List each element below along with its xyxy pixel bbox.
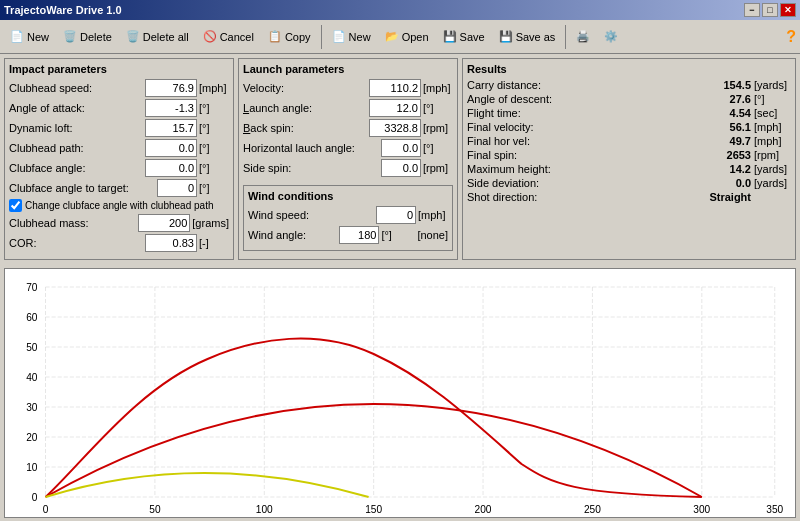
launch-unit-4: [rpm] [423,162,453,174]
delete-button[interactable]: 🗑️ Delete [57,23,118,51]
wind-speed-unit: [mph] [418,209,448,221]
impact-row-0: Clubhead speed: [mph] [9,79,229,97]
result-label-8: Shot direction: [467,191,709,203]
wind-title: Wind conditions [248,190,448,202]
launch-panel: Launch parameters Velocity: [mph] Launch… [238,58,458,260]
launch-label-2: Back spin: [243,122,367,134]
launch-title: Launch parameters [243,63,453,75]
side-spin-input[interactable] [381,159,421,177]
delete-all-button[interactable]: 🗑️ Delete all [120,23,195,51]
impact-label-2: Dynamic loft: [9,122,143,134]
launch-unit-1: [°] [423,102,453,114]
copy-icon: 📋 [268,30,282,43]
result-row-2: Flight time: 4.54 [sec] [467,107,791,119]
launch-row-2: Back spin: [rpm] [243,119,453,137]
result-unit-1: [°] [751,93,791,105]
wind-panel: Wind conditions Wind speed: [mph] Wind a… [243,185,453,251]
launch-angle-input[interactable] [369,99,421,117]
result-value-7: 0.0 [711,177,751,189]
launch-unit-0: [mph] [423,82,453,94]
open-button[interactable]: 📂 Open [379,23,435,51]
main-content: Impact parameters Clubhead speed: [mph] … [0,54,800,264]
result-label-2: Flight time: [467,107,711,119]
impact-unit-0: [mph] [199,82,229,94]
results-title: Results [467,63,791,75]
settings-button[interactable]: ⚙️ [598,23,624,51]
launch-row-0: Velocity: [mph] [243,79,453,97]
clubface-angle-input[interactable] [145,159,197,177]
launch-label-0: Velocity: [243,82,367,94]
velocity-input[interactable] [369,79,421,97]
svg-text:20: 20 [26,432,38,443]
window-controls: − □ ✕ [744,3,796,17]
minimize-button[interactable]: − [744,3,760,17]
result-value-0: 154.5 [711,79,751,91]
result-unit-5: [rpm] [751,149,791,161]
result-row-0: Carry distance: 154.5 [yards] [467,79,791,91]
dynamic-loft-input[interactable] [145,119,197,137]
checkbox-row: Change clubface angle with clubhead path [9,199,229,212]
copy-button[interactable]: 📋 Copy [262,23,317,51]
wind-speed-label: Wind speed: [248,209,374,221]
print-icon: 🖨️ [576,30,590,43]
mass-label: Clubhead mass: [9,217,136,229]
print-button[interactable]: 🖨️ [570,23,596,51]
svg-text:0: 0 [43,504,49,515]
impact-label-4: Clubface angle: [9,162,143,174]
angle-of-attack-input[interactable] [145,99,197,117]
help-button[interactable]: ? [786,28,796,46]
save-button[interactable]: 💾 Save [437,23,491,51]
delete-all-icon: 🗑️ [126,30,140,43]
result-row-1: Angle of descent: 27.6 [°] [467,93,791,105]
wind-angle-unit: [°] [381,229,411,241]
svg-text:50: 50 [149,504,161,515]
back-spin-input[interactable] [369,119,421,137]
impact-unit-1: [°] [199,102,229,114]
result-value-4: 49.7 [711,135,751,147]
impact-label-1: Angle of attack: [9,102,143,114]
cor-input[interactable] [145,234,197,252]
impact-title: Impact parameters [9,63,229,75]
horiz-angle-input[interactable] [381,139,421,157]
save-as-button[interactable]: 💾 Save as [493,23,562,51]
wind-angle-input[interactable] [339,226,379,244]
svg-text:50: 50 [26,342,38,353]
launch-label-1: Launch angle: [243,102,367,114]
clubface-angle-target-input[interactable] [157,179,197,197]
svg-text:350: 350 [766,504,783,515]
mass-unit: [grams] [192,217,229,229]
close-button[interactable]: ✕ [780,3,796,17]
result-row-6: Maximum height: 14.2 [yards] [467,163,791,175]
clubhead-mass-input[interactable] [138,214,190,232]
impact-row-4: Clubface angle: [°] [9,159,229,177]
new2-button[interactable]: 📄 New [326,23,377,51]
delete-icon: 🗑️ [63,30,77,43]
impact-label-3: Clubhead path: [9,142,143,154]
title-bar: TrajectoWare Drive 1.0 − □ ✕ [0,0,800,20]
result-unit-0: [yards] [751,79,791,91]
maximize-button[interactable]: □ [762,3,778,17]
separator-2 [565,25,566,49]
svg-text:60: 60 [26,312,38,323]
clubface-checkbox[interactable] [9,199,22,212]
impact-unit-5: [°] [199,182,229,194]
wind-angle-row: Wind angle: [°] [none] [248,226,448,244]
result-row-5: Final spin: 2653 [rpm] [467,149,791,161]
wind-speed-input[interactable] [376,206,416,224]
save-icon: 💾 [443,30,457,43]
checkbox-label: Change clubface angle with clubhead path [25,200,213,211]
result-value-1: 27.6 [711,93,751,105]
clubhead-speed-input[interactable] [145,79,197,97]
wind-angle-note: [none] [417,229,448,241]
cancel-button[interactable]: 🚫 Cancel [197,23,260,51]
cor-unit: [-] [199,237,229,249]
impact-panel: Impact parameters Clubhead speed: [mph] … [4,58,234,260]
result-row-3: Final velocity: 56.1 [mph] [467,121,791,133]
cor-label: COR: [9,237,143,249]
impact-unit-3: [°] [199,142,229,154]
svg-text:250: 250 [584,504,601,515]
new-button[interactable]: 📄 New [4,23,55,51]
trajectory-chart: 70 60 50 40 30 20 10 0 0 50 100 150 200 … [5,269,795,517]
clubhead-path-input[interactable] [145,139,197,157]
wind-speed-row: Wind speed: [mph] [248,206,448,224]
